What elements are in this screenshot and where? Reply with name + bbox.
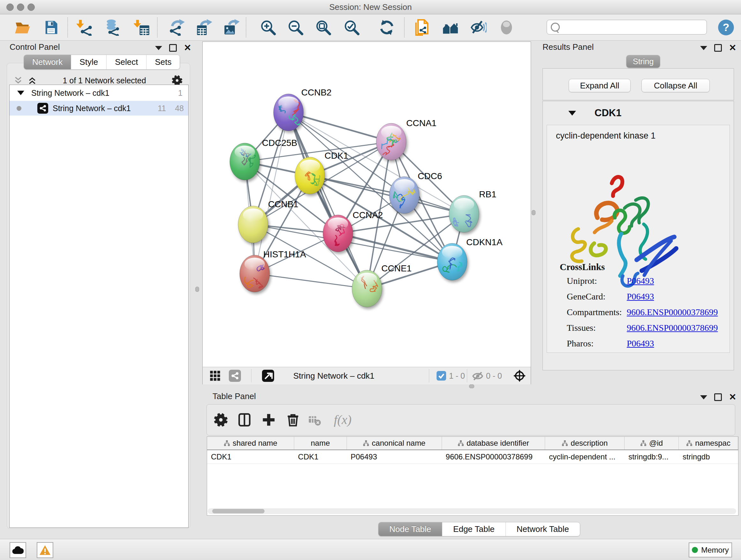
network-share-toggle-icon[interactable] bbox=[229, 370, 241, 382]
protein-card-header[interactable]: CDK1 bbox=[543, 101, 734, 125]
tab-node-table[interactable]: Node Table bbox=[379, 522, 442, 536]
column-header-name[interactable]: name bbox=[294, 437, 347, 449]
tab-string[interactable]: String bbox=[626, 55, 660, 68]
network-canvas[interactable]: CCNB2CCNA1CDC25BCDK1CDC6RB1CCNB1CCNA2CDK… bbox=[203, 42, 531, 367]
network-node-ccnb2[interactable] bbox=[273, 94, 304, 131]
network-node-rb1[interactable] bbox=[449, 195, 479, 233]
panel-menu-icon[interactable] bbox=[700, 46, 707, 50]
export-network-icon[interactable] bbox=[169, 19, 186, 36]
vertical-splitter-handle-left[interactable] bbox=[195, 287, 199, 292]
crosslink-value-link[interactable]: P06493 bbox=[627, 276, 654, 286]
scrollbar-thumb[interactable] bbox=[212, 509, 265, 513]
network-node-hist1h1a[interactable] bbox=[240, 255, 270, 292]
panel-menu-icon[interactable] bbox=[155, 46, 162, 50]
show-columns-icon[interactable] bbox=[238, 413, 252, 427]
network-node-cdkn1a[interactable] bbox=[437, 243, 467, 280]
table-cell[interactable]: P06493 bbox=[347, 450, 442, 463]
column-header--id[interactable]: @id bbox=[624, 437, 679, 449]
collapse-all-button[interactable]: Collapse All bbox=[642, 79, 710, 92]
table-cell[interactable]: stringdb:9... bbox=[624, 450, 679, 463]
panel-float-icon[interactable] bbox=[714, 44, 722, 52]
refresh-layout-icon[interactable] bbox=[378, 19, 395, 36]
search-text-field[interactable] bbox=[562, 22, 706, 32]
column-header-canonical-name[interactable]: canonical name bbox=[347, 437, 442, 449]
vertical-splitter-handle-right[interactable] bbox=[532, 210, 536, 215]
birdseye-view-icon[interactable] bbox=[262, 370, 274, 382]
add-column-icon[interactable] bbox=[262, 413, 276, 427]
panel-close-icon[interactable]: ✕ bbox=[729, 394, 736, 400]
import-table-icon[interactable] bbox=[133, 19, 151, 36]
table-cell[interactable]: CDK1 bbox=[294, 450, 347, 463]
window-close-button[interactable] bbox=[6, 3, 14, 11]
network-node-cdc6[interactable] bbox=[389, 177, 419, 213]
table-cell[interactable]: CDK1 bbox=[207, 450, 294, 463]
memory-button[interactable]: Memory bbox=[689, 543, 732, 557]
tab-sets[interactable]: Sets bbox=[146, 55, 180, 69]
network-row-selected[interactable]: String Network – cdk1 11 48 bbox=[10, 101, 188, 116]
network-edge[interactable] bbox=[255, 273, 367, 289]
tab-network-table[interactable]: Network Table bbox=[506, 522, 580, 536]
panel-close-icon[interactable]: ✕ bbox=[184, 45, 191, 51]
panel-close-icon[interactable]: ✕ bbox=[729, 45, 736, 51]
network-node-ccne1[interactable] bbox=[352, 270, 382, 307]
search-input[interactable] bbox=[547, 20, 707, 35]
import-network-file-icon[interactable] bbox=[76, 19, 93, 36]
crosslink-value-link[interactable]: 9606.ENSP00000378699 bbox=[627, 307, 718, 317]
string-import-icon[interactable] bbox=[414, 19, 431, 36]
panel-menu-icon[interactable] bbox=[700, 395, 707, 399]
zoom-selected-icon[interactable] bbox=[343, 19, 360, 36]
import-network-database-icon[interactable] bbox=[104, 19, 121, 36]
collapse-all-icon[interactable] bbox=[13, 76, 23, 85]
hide-labels-icon[interactable] bbox=[470, 19, 487, 36]
network-node-ccnb1[interactable] bbox=[238, 206, 268, 243]
column-header-description[interactable]: description bbox=[545, 437, 624, 449]
tree-expand-icon[interactable] bbox=[17, 91, 24, 95]
horizontal-splitter-handle[interactable] bbox=[469, 384, 474, 388]
network-node-cdk1[interactable] bbox=[295, 157, 325, 194]
help-icon[interactable]: ? bbox=[718, 19, 735, 36]
network-node-cdc25b[interactable] bbox=[230, 143, 260, 180]
horizontal-scrollbar[interactable] bbox=[208, 508, 736, 514]
crosslink-value-link[interactable]: 9606.ENSP00000378699 bbox=[627, 323, 718, 333]
home-layout-icon[interactable] bbox=[442, 19, 459, 36]
zoom-out-icon[interactable] bbox=[287, 19, 304, 36]
tab-edge-table[interactable]: Edge Table bbox=[442, 522, 506, 536]
column-header-shared-name[interactable]: shared name bbox=[207, 437, 294, 449]
selected-checkbox-icon[interactable] bbox=[436, 371, 446, 381]
table-gear-icon[interactable] bbox=[214, 413, 228, 427]
network-edge[interactable] bbox=[288, 112, 367, 289]
network-collection-row[interactable]: String Network – cdk1 1 bbox=[10, 85, 188, 100]
tab-style[interactable]: Style bbox=[71, 55, 106, 69]
expand-all-button[interactable]: Expand All bbox=[569, 79, 630, 92]
cloud-button[interactable] bbox=[10, 542, 26, 558]
warning-button[interactable] bbox=[37, 542, 53, 558]
hidden-eye-icon[interactable] bbox=[472, 370, 483, 382]
glass-effect-icon[interactable] bbox=[498, 19, 515, 36]
panel-float-icon[interactable] bbox=[169, 44, 177, 52]
zoom-fit-icon[interactable] bbox=[315, 19, 332, 36]
network-node-ccna1[interactable] bbox=[376, 123, 406, 160]
crosslink-value-link[interactable]: P06493 bbox=[627, 292, 654, 302]
tab-select[interactable]: Select bbox=[106, 55, 146, 69]
grid-view-icon[interactable] bbox=[210, 370, 220, 381]
panel-float-icon[interactable] bbox=[714, 393, 722, 401]
delete-column-icon[interactable] bbox=[286, 413, 300, 427]
tab-network[interactable]: Network bbox=[24, 55, 71, 69]
column-header-database-identifier[interactable]: database identifier bbox=[442, 437, 545, 449]
expand-all-icon[interactable] bbox=[27, 76, 37, 85]
table-row[interactable]: CDK1CDK1P064939606.ENSP00000378699cyclin… bbox=[207, 450, 738, 464]
window-minimize-button[interactable] bbox=[17, 3, 24, 11]
collapse-section-icon[interactable] bbox=[568, 111, 576, 116]
export-table-icon[interactable] bbox=[195, 19, 212, 36]
zoom-in-icon[interactable] bbox=[259, 19, 277, 36]
crosslink-value-link[interactable]: P06493 bbox=[627, 338, 654, 349]
table-cell[interactable]: cyclin-dependent ... bbox=[545, 450, 624, 463]
table-cell[interactable]: stringdb bbox=[679, 450, 738, 463]
open-session-icon[interactable] bbox=[14, 19, 31, 36]
fit-content-crosshair-icon[interactable] bbox=[513, 369, 526, 382]
network-edge[interactable] bbox=[310, 176, 464, 214]
window-zoom-button[interactable] bbox=[27, 3, 35, 11]
gear-icon[interactable] bbox=[172, 75, 183, 86]
table-cell[interactable]: 9606.ENSP00000378699 bbox=[442, 450, 545, 463]
column-header-namespac[interactable]: namespac bbox=[679, 437, 738, 449]
